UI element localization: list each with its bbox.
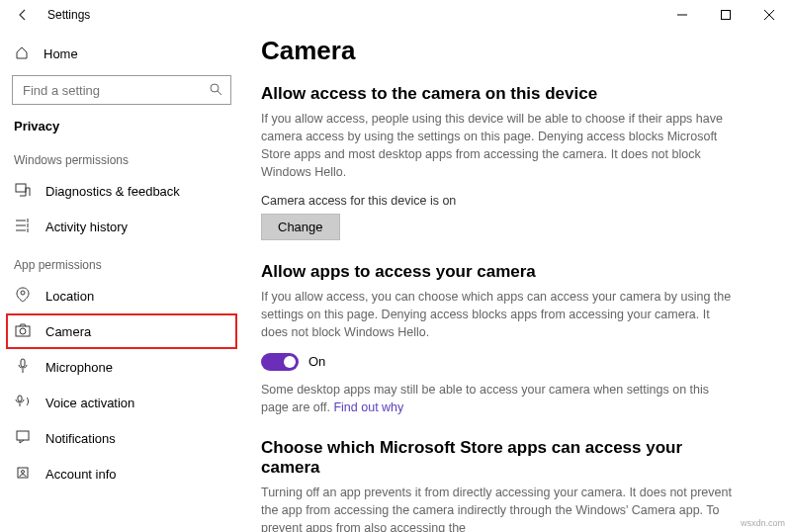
close-icon — [764, 10, 774, 20]
sidebar-item-notifications[interactable]: Notifications — [0, 420, 243, 456]
toggle-label: On — [308, 354, 325, 369]
window-title: Settings — [36, 8, 90, 22]
minimize-icon — [677, 10, 687, 20]
search-box[interactable] — [12, 75, 231, 105]
change-button[interactable]: Change — [261, 214, 340, 240]
maximize-button[interactable] — [704, 0, 747, 30]
svg-rect-18 — [18, 396, 22, 401]
sidebar-item-label: Microphone — [45, 360, 113, 375]
sidebar-item-label: Notifications — [45, 431, 116, 446]
close-button[interactable] — [747, 0, 791, 30]
sidebar-item-label: Activity history — [45, 220, 128, 234]
location-icon — [14, 287, 32, 306]
desktop-apps-note: Some desktop apps may still be able to a… — [261, 381, 736, 416]
section2-desc: If you allow access, you can choose whic… — [261, 288, 736, 341]
title-bar: Settings — [0, 0, 791, 30]
section3-title: Choose which Microsoft Store apps can ac… — [261, 438, 716, 478]
svg-rect-20 — [17, 431, 29, 440]
sidebar-item-microphone[interactable]: Microphone — [0, 349, 243, 385]
sidebar-item-diagnostics[interactable]: Diagnostics & feedback — [0, 173, 243, 209]
sidebar-item-camera[interactable]: Camera — [6, 313, 237, 349]
arrow-left-icon — [16, 8, 30, 22]
voice-icon — [14, 395, 32, 411]
group-app-permissions: App permissions — [0, 244, 243, 278]
camera-access-status: Camera access for this device is on — [261, 194, 765, 208]
find-out-why-link[interactable]: Find out why — [333, 400, 403, 414]
home-icon — [14, 45, 30, 62]
section2-title: Allow apps to access your camera — [261, 262, 765, 282]
maximize-icon — [721, 10, 731, 20]
camera-icon — [14, 323, 32, 340]
watermark: wsxdn.com — [741, 518, 785, 528]
microphone-icon — [14, 358, 32, 377]
page-title: Camera — [261, 36, 765, 66]
home-label: Home — [44, 46, 78, 61]
svg-point-4 — [211, 84, 219, 92]
sidebar-item-voice-activation[interactable]: Voice activation — [0, 385, 243, 420]
group-windows-permissions: Windows permissions — [0, 139, 243, 173]
svg-line-5 — [218, 91, 221, 95]
content-area: Camera Allow access to the camera on thi… — [243, 30, 791, 532]
sidebar-item-label: Account info — [45, 467, 117, 482]
activity-icon — [14, 218, 32, 236]
sidebar-item-label: Camera — [45, 324, 91, 339]
toggle-knob — [284, 356, 296, 368]
sidebar-item-account-info[interactable]: Account info — [0, 456, 243, 491]
section1-desc: If you allow access, people using this d… — [261, 110, 736, 182]
svg-rect-6 — [16, 184, 26, 192]
sidebar-item-label: Diagnostics & feedback — [45, 184, 180, 199]
sidebar-item-location[interactable]: Location — [0, 278, 243, 313]
minimize-button[interactable] — [660, 0, 704, 30]
section3-desc: Turning off an app prevents it from dire… — [261, 484, 736, 532]
section1-title: Allow access to the camera on this devic… — [261, 84, 765, 104]
svg-point-22 — [22, 470, 25, 473]
sidebar: Home Privacy Windows permissions Diagnos… — [0, 30, 243, 532]
svg-rect-16 — [21, 359, 25, 367]
account-icon — [14, 466, 32, 483]
camera-apps-toggle[interactable] — [261, 353, 299, 371]
sidebar-item-label: Location — [45, 289, 94, 304]
svg-point-13 — [21, 291, 25, 295]
back-button[interactable] — [10, 2, 36, 28]
search-icon — [209, 82, 222, 99]
category-privacy: Privacy — [0, 111, 243, 139]
sidebar-item-label: Voice activation — [45, 396, 134, 410]
notifications-icon — [14, 430, 32, 447]
sidebar-item-home[interactable]: Home — [0, 38, 243, 69]
sidebar-item-activity-history[interactable]: Activity history — [0, 209, 243, 244]
svg-rect-1 — [722, 11, 731, 20]
feedback-icon — [14, 182, 32, 201]
svg-point-15 — [20, 328, 26, 334]
search-input[interactable] — [21, 82, 209, 99]
